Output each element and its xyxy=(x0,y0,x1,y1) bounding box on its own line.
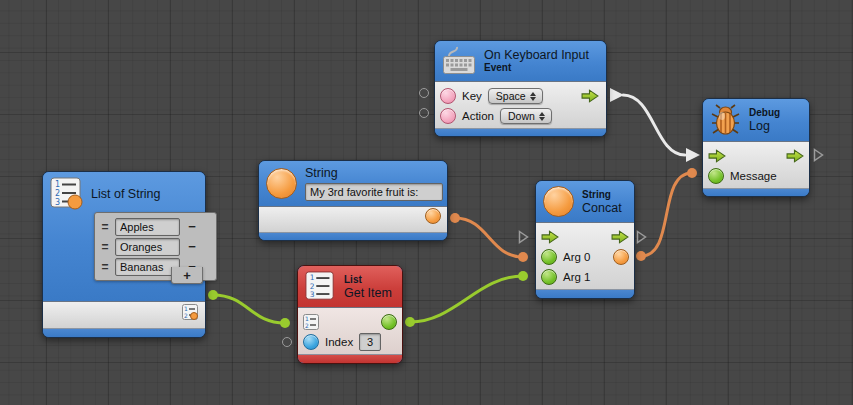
list-icon: 123 xyxy=(305,271,336,302)
node-header[interactable]: 123 List Get Item xyxy=(298,266,402,307)
string-orb-icon xyxy=(543,186,574,217)
remove-item-button[interactable]: − xyxy=(184,219,200,234)
port-index[interactable] xyxy=(303,334,319,350)
wire-getitem-to-arg1[interactable] xyxy=(405,271,528,327)
port-item-output[interactable] xyxy=(381,314,397,330)
svg-text:2: 2 xyxy=(55,189,60,198)
port-arg0[interactable] xyxy=(541,249,557,265)
node-title: String xyxy=(305,166,443,180)
list-item-input[interactable] xyxy=(115,218,180,236)
unconnected-flow-marker xyxy=(636,230,647,244)
list-item-input[interactable] xyxy=(115,238,180,256)
list-item-row: = − xyxy=(99,217,212,236)
port-list-input[interactable]: 12 xyxy=(303,314,319,330)
wire-string-to-arg0[interactable] xyxy=(450,213,528,262)
flow-input-port[interactable] xyxy=(541,230,559,244)
flow-output-port[interactable] xyxy=(581,89,599,103)
svg-text:3: 3 xyxy=(55,198,60,207)
wire-concat-to-message[interactable] xyxy=(636,168,697,261)
drag-handle-icon[interactable]: = xyxy=(99,240,111,254)
drag-handle-icon[interactable]: = xyxy=(99,220,111,234)
port-arg1-label: Arg 1 xyxy=(563,271,591,283)
node-title: List of String xyxy=(91,187,160,201)
graph-canvas[interactable]: On Keyboard Input Event Key Space Action xyxy=(0,0,853,405)
unconnected-port-marker xyxy=(419,108,429,118)
bug-icon xyxy=(710,104,741,136)
node-get-item[interactable]: 123 List Get Item 12 xyxy=(297,265,403,364)
string-value-input[interactable] xyxy=(305,183,443,201)
svg-text:3: 3 xyxy=(310,290,315,299)
port-key-label: Key xyxy=(462,90,482,102)
list-item-row: = − xyxy=(99,237,212,256)
wire-list-to-getitem[interactable] xyxy=(208,290,290,328)
unconnected-flow-marker xyxy=(518,230,529,244)
svg-text:2: 2 xyxy=(305,322,309,329)
port-action-label: Action xyxy=(462,110,494,122)
node-subtitle: Event xyxy=(484,62,589,74)
key-dropdown-value: Space xyxy=(496,90,526,102)
node-header[interactable]: String xyxy=(259,161,447,206)
svg-text:1: 1 xyxy=(184,305,188,312)
node-title: Log xyxy=(749,119,780,133)
node-type-label: String xyxy=(582,189,622,201)
node-header[interactable]: Debug Log xyxy=(703,99,809,141)
node-list-of-string[interactable]: 123 List of String = − = xyxy=(42,171,206,338)
index-value-input[interactable] xyxy=(359,333,381,351)
string-orb-icon xyxy=(266,168,297,199)
node-type-label: List xyxy=(344,274,392,286)
keyboard-icon xyxy=(442,46,476,76)
wire-keyboard-to-log[interactable] xyxy=(610,88,700,162)
node-title: Get Item xyxy=(344,286,392,300)
node-header[interactable]: String Concat xyxy=(536,181,634,222)
node-header[interactable]: On Keyboard Input Event xyxy=(435,41,606,81)
remove-item-button[interactable]: − xyxy=(184,239,200,254)
action-dropdown-value: Down xyxy=(508,110,535,122)
dropdown-spinner-icon xyxy=(530,92,536,101)
svg-text:2: 2 xyxy=(184,312,188,319)
dropdown-spinner-icon xyxy=(539,112,545,121)
add-item-button[interactable]: + xyxy=(171,267,203,284)
unconnected-port-marker xyxy=(282,337,292,347)
node-debug-log[interactable]: Debug Log Message xyxy=(702,98,810,197)
port-arg1[interactable] xyxy=(541,269,557,285)
drag-handle-icon[interactable]: = xyxy=(99,260,111,274)
port-index-label: Index xyxy=(325,336,353,348)
port-message-label: Message xyxy=(730,170,777,182)
node-title: Concat xyxy=(582,201,622,215)
port-action[interactable] xyxy=(440,108,456,124)
node-on-keyboard-input[interactable]: On Keyboard Input Event Key Space Action xyxy=(434,40,607,137)
unconnected-port-marker xyxy=(419,88,429,98)
port-message[interactable] xyxy=(708,168,724,184)
unconnected-flow-marker xyxy=(813,148,824,162)
action-dropdown[interactable]: Down xyxy=(500,108,552,124)
node-string-literal[interactable]: String xyxy=(258,160,448,241)
svg-text:1: 1 xyxy=(55,180,60,189)
list-icon: 123 xyxy=(50,177,83,210)
node-type-label: Debug xyxy=(749,107,780,119)
node-string-concat[interactable]: String Concat Arg 0 A xyxy=(535,180,635,299)
port-arg0-label: Arg 0 xyxy=(563,251,591,263)
flow-output-port[interactable] xyxy=(786,149,804,163)
key-dropdown[interactable]: Space xyxy=(488,88,543,104)
port-result[interactable] xyxy=(613,249,629,265)
port-string-output[interactable] xyxy=(425,208,441,224)
flow-input-port[interactable] xyxy=(708,149,726,163)
flow-output-port[interactable] xyxy=(611,230,629,244)
node-title: On Keyboard Input xyxy=(484,48,589,62)
svg-text:1: 1 xyxy=(305,315,309,322)
port-list-output[interactable]: 12 xyxy=(182,304,198,320)
port-key[interactable] xyxy=(440,88,456,104)
